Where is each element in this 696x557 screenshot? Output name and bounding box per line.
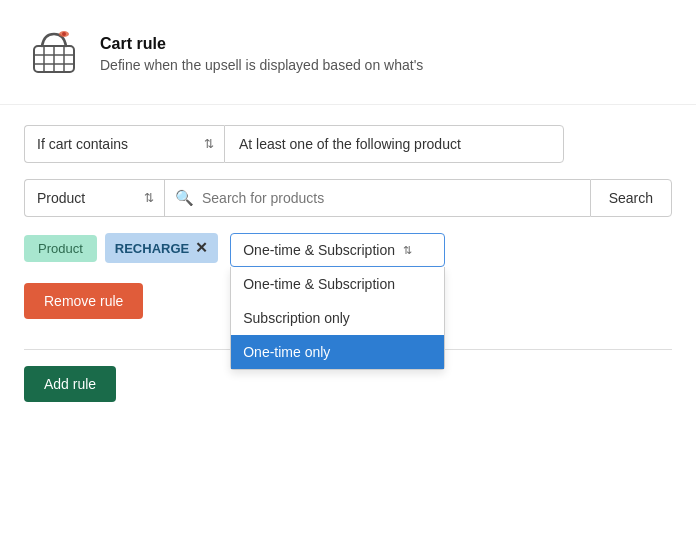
content: If cart contains If cart does not contai… [0,105,696,422]
dropdown-menu: One-time & Subscription Subscription onl… [230,267,445,370]
subscription-select-display[interactable]: One-time & Subscription ⇅ [230,233,445,267]
search-icon: 🔍 [175,189,194,207]
search-wrapper: 🔍 [164,179,590,217]
condition-select-container: If cart contains If cart does not contai… [24,125,224,163]
dropdown-item-subscription-only[interactable]: Subscription only [231,301,444,335]
dropdown-item-one-time-only[interactable]: One-time only [231,335,444,369]
header: Cart rule Define when the upsell is disp… [0,0,696,105]
tag-recharge: RECHARGE ✕ [105,233,218,263]
search-row: Product Collection Tag ⇅ 🔍 Search [24,179,672,217]
header-title: Cart rule [100,35,423,53]
basket-icon [24,24,84,84]
product-type-select[interactable]: Product Collection Tag [24,179,164,217]
subscription-selected-value: One-time & Subscription [243,242,395,258]
svg-point-1 [62,32,66,36]
search-button[interactable]: Search [590,179,672,217]
condition-row: If cart contains If cart does not contai… [24,125,672,163]
condition-text: At least one of the following product [224,125,564,163]
subscription-dropdown[interactable]: One-time & Subscription ⇅ One-time & Sub… [230,233,445,267]
chevron-down-icon: ⇅ [403,244,412,257]
search-input[interactable] [202,180,580,216]
remove-rule-button[interactable]: Remove rule [24,283,143,319]
tags-row: Product RECHARGE ✕ [24,233,218,263]
tag-recharge-label: RECHARGE [115,241,189,256]
header-subtitle: Define when the upsell is displayed base… [100,57,423,73]
tags-and-dropdown: Product RECHARGE ✕ One-time & Subscripti… [24,233,672,267]
header-text: Cart rule Define when the upsell is disp… [100,35,423,73]
add-rule-button[interactable]: Add rule [24,366,116,402]
dropdown-item-one-time-subscription[interactable]: One-time & Subscription [231,267,444,301]
product-type-select-container: Product Collection Tag ⇅ [24,179,164,217]
tag-product: Product [24,235,97,262]
tag-recharge-close-icon[interactable]: ✕ [195,239,208,257]
condition-select[interactable]: If cart contains If cart does not contai… [24,125,224,163]
